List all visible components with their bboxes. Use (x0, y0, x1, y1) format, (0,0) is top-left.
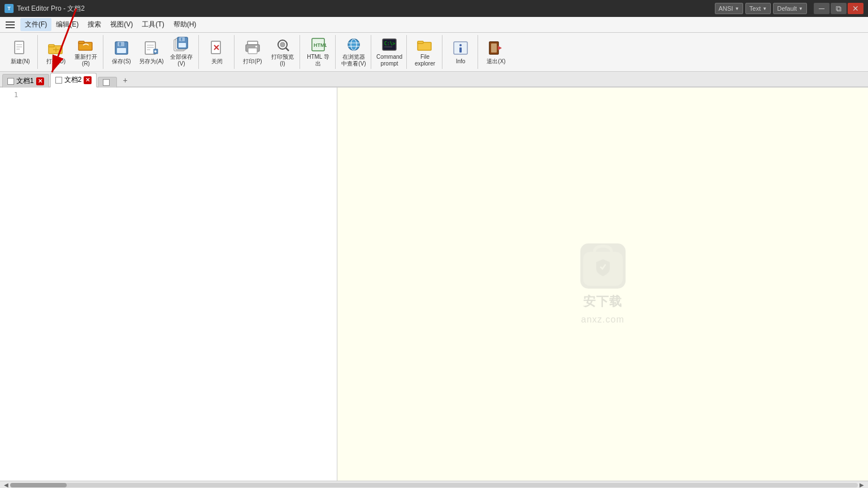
toolbar-group-print: 打印(P) 打印预览(I) (236, 35, 300, 69)
toolbar-info-button[interactable]: Info (446, 37, 475, 67)
menu-edit[interactable]: 编辑(E) (51, 18, 83, 31)
editor-left-pane[interactable]: 1 (0, 88, 337, 481)
hscroll-right-arrow[interactable]: ▶ (858, 482, 866, 488)
main-content: 1 安下载 anxz.com (0, 88, 868, 488)
watermark-logo (580, 243, 626, 289)
menu-tools[interactable]: 工具(T) (137, 18, 168, 31)
reopen-icon (77, 37, 95, 53)
toolbar-group-cmd: C:\> Command prompt (372, 35, 407, 69)
print-icon (244, 39, 262, 57)
new-tab-button[interactable]: + (118, 74, 132, 86)
tab-doc1-close[interactable]: ✕ (36, 77, 44, 85)
window-controls: ─ ⧉ ✕ (814, 3, 863, 14)
toolbar-printpreview-label: 打印预览(I) (270, 54, 296, 67)
menu-search[interactable]: 搜索 (83, 18, 106, 31)
svg-text:HTML: HTML (314, 42, 327, 48)
toolbar-reopen-button[interactable]: 重新打开(R) (71, 37, 101, 67)
toolbar-saveall-button[interactable]: 全部保存(V) (167, 37, 196, 67)
line-numbers: 1 (0, 88, 20, 102)
tab-doc2-close[interactable]: ✕ (84, 76, 92, 84)
app-title: Text Editor Pro - 文档2 (17, 4, 85, 14)
close-button[interactable]: ✕ (848, 3, 863, 14)
title-bar-right: ANSI ▼ Text ▼ Default ▼ ─ ⧉ ✕ (715, 3, 864, 14)
tab-doc1-icon (7, 78, 14, 85)
tab-doc2[interactable]: 文档2 ✕ (50, 73, 97, 88)
toolbar-open-button[interactable]: 打开(O) (41, 37, 71, 67)
toolbar-cmdprompt-label: Command prompt (376, 54, 402, 67)
toolbar-group-save: 保存(S) 另存为(A) (105, 35, 199, 69)
svg-marker-54 (498, 46, 502, 50)
info-icon (452, 39, 470, 57)
toolbar-new-label: 新建(N) (11, 58, 30, 65)
toolbar-browsersearch-button[interactable]: 在浏览器中查看(V) (339, 37, 368, 67)
toolbar-group-close: 关闭 (200, 35, 235, 69)
svg-point-40 (348, 39, 359, 50)
hscrollbar[interactable]: ◀ ▶ (0, 481, 868, 488)
toolbar-close-button[interactable]: 关闭 (202, 37, 232, 67)
menu-view[interactable]: 视图(V) (106, 18, 137, 31)
hscroll-track (10, 483, 858, 487)
toolbar-print-label: 打印(P) (243, 58, 262, 65)
svg-rect-11 (79, 41, 84, 43)
toolbar-browsersearch-label: 在浏览器中查看(V) (341, 54, 367, 67)
toolbar-group-fileexplorer: File explorer (408, 35, 442, 69)
title-bar-left: T Text Editor Pro - 文档2 (5, 4, 85, 14)
mode-dropdown[interactable]: Text ▼ (745, 3, 771, 14)
mode-dropdown-arrow: ▼ (762, 6, 767, 11)
browsersearch-icon (345, 37, 363, 53)
open-icon (47, 39, 65, 57)
editor-right-pane[interactable]: 安下载 anxz.com (337, 88, 868, 481)
hscroll-thumb[interactable] (10, 483, 67, 487)
encoding-dropdown[interactable]: ANSI ▼ (715, 3, 744, 14)
saveall-icon (172, 37, 190, 53)
html-export-icon: HTML (309, 37, 327, 53)
svg-point-50 (459, 44, 462, 46)
hamburger-menu[interactable] (2, 19, 18, 31)
watermark-url: anxz.com (581, 315, 624, 325)
minimize-button[interactable]: ─ (814, 3, 830, 14)
toolbar-info-label: Info (456, 58, 466, 65)
svg-point-36 (280, 42, 285, 47)
svg-text:C:\>: C:\> (384, 41, 395, 46)
editor-left-content[interactable] (23, 88, 337, 481)
toolbar-close-label: 关闭 (211, 58, 223, 65)
menu-file[interactable]: 文件(F) (20, 18, 51, 31)
svg-rect-33 (248, 48, 257, 54)
svg-rect-27 (181, 38, 183, 41)
menu-help[interactable]: 帮助(H) (169, 18, 201, 31)
toolbar-group-html: HTML HTML 导出 (301, 35, 336, 69)
close-file-icon (208, 39, 226, 57)
svg-rect-34 (255, 46, 257, 47)
svg-rect-55 (583, 252, 623, 286)
svg-rect-51 (459, 47, 462, 53)
svg-rect-26 (179, 43, 186, 47)
toolbar-print-button[interactable]: 打印(P) (238, 37, 267, 67)
toolbar-new-button[interactable]: 新建(N) (6, 37, 35, 67)
toolbar-cmdprompt-button[interactable]: C:\> Command prompt (375, 37, 404, 67)
restore-button[interactable]: ⧉ (831, 3, 847, 14)
encoding-dropdown-arrow: ▼ (735, 6, 739, 11)
toolbar-saveas-label: 另存为(A) (139, 58, 163, 65)
svg-rect-14 (117, 48, 126, 53)
toolbar-group-new: 新建(N) (3, 35, 38, 69)
svg-rect-53 (491, 43, 497, 53)
cmd-icon: C:\> (380, 37, 398, 53)
toolbar-fileexplorer-button[interactable]: File explorer (410, 37, 440, 67)
toolbar-open-label: 打开(O) (46, 58, 66, 65)
tabs-bar: 文档1 ✕ 文档2 ✕ + (0, 72, 868, 88)
toolbar-save-button[interactable]: 保存(S) (107, 37, 136, 67)
tab-doc1-label: 文档1 (16, 76, 34, 86)
theme-dropdown-arrow: ▼ (798, 6, 803, 11)
hscroll-left-arrow[interactable]: ◀ (2, 482, 10, 488)
app-icon: T (5, 4, 14, 13)
toolbar-printpreview-button[interactable]: 打印预览(I) (268, 37, 297, 67)
tab-doc1[interactable]: 文档1 ✕ (2, 74, 49, 88)
tab-doc3[interactable] (98, 77, 117, 88)
toolbar-group-browser: 在浏览器中查看(V) (337, 35, 371, 69)
printpreview-icon (274, 37, 292, 53)
toolbar-htmlexport-button[interactable]: HTML HTML 导出 (303, 37, 333, 67)
toolbar-exit-button[interactable]: 退出(X) (481, 37, 511, 67)
toolbar-group-open: 打开(O) 重新打开(R) (39, 35, 103, 69)
theme-dropdown[interactable]: Default ▼ (773, 3, 807, 14)
toolbar-saveas-button[interactable]: 另存为(A) (137, 37, 166, 67)
